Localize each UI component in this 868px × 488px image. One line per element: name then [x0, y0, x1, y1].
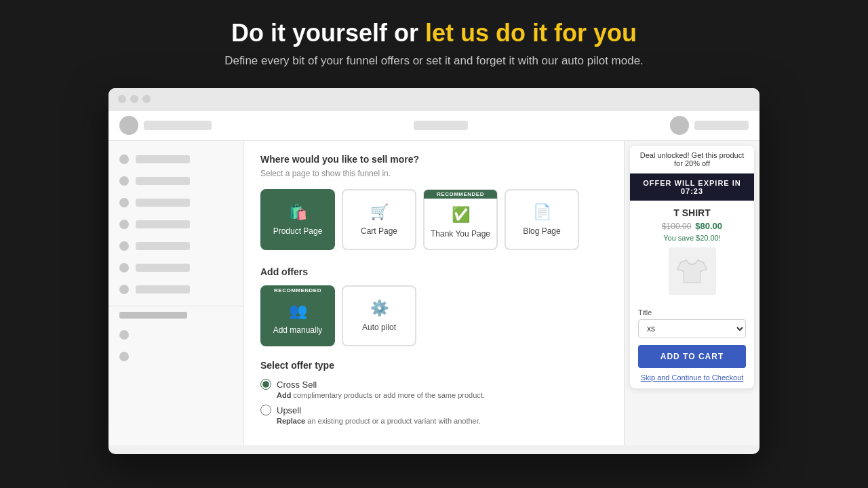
- sidebar-item-orders[interactable]: [108, 170, 243, 192]
- radio-cross-sell-input[interactable]: [260, 379, 271, 390]
- offer-type-radio-group: Cross Sell Add complimentary products or…: [260, 379, 608, 425]
- size-select-wrapper: xs s m l xl: [630, 319, 754, 345]
- dot-yellow: [130, 95, 138, 103]
- sidebar-sales-label: [136, 285, 190, 293]
- radio-cross-sell-row: Cross Sell: [260, 379, 608, 390]
- size-select[interactable]: xs s m l xl: [638, 319, 746, 338]
- radio-upsell-desc-text: an existing product or a product variant…: [305, 417, 481, 425]
- app-header: [108, 110, 760, 141]
- sale-price: $80.00: [695, 221, 722, 231]
- page-option-thankyou-label: Thank You Page: [431, 229, 490, 239]
- page-option-blog-icon: 📄: [533, 203, 551, 221]
- main-layout: Where would you like to sell more? Selec…: [108, 140, 760, 445]
- header-store-name: [144, 121, 212, 130]
- page-option-cart[interactable]: 🛒 Cart Page: [342, 189, 416, 250]
- product-info: T SHIRT $100.00 $80.00 You save $20.00!: [630, 201, 754, 308]
- add-to-cart-button[interactable]: ADD TO CART: [638, 345, 746, 368]
- where-to-sell-section: Where would you like to sell more? Selec…: [260, 154, 608, 250]
- page-option-product-label: Product Page: [273, 226, 323, 236]
- offer-option-manual-icon: 👥: [289, 302, 307, 320]
- sidebar-analytics-icon: [119, 241, 129, 251]
- main-content: Where would you like to sell more? Selec…: [244, 140, 624, 445]
- radio-item-cross-sell: Cross Sell Add complimentary products or…: [260, 379, 608, 399]
- hero-title: Do it yourself or let us do it for you: [14, 19, 854, 47]
- preview-card: Deal unlocked! Get this product for 20% …: [630, 146, 754, 388]
- page-option-product-icon: 🛍️: [289, 203, 307, 221]
- sidebar-products-label: [136, 199, 190, 207]
- hero-title-plain: Do it yourself or: [231, 19, 425, 47]
- header-right: [670, 116, 749, 135]
- sidebar-discounts-icon: [119, 263, 129, 272]
- radio-upsell-input[interactable]: [260, 405, 271, 415]
- sidebar-customers-icon: [119, 220, 129, 229]
- sidebar-home-label: [136, 155, 190, 163]
- header-avatar: [119, 116, 138, 135]
- hero-title-highlight: let us do it for you: [425, 19, 637, 47]
- sidebar-item-analytics[interactable]: [108, 235, 243, 257]
- radio-upsell-row: Upsell: [260, 405, 608, 415]
- sidebar-orders-label: [136, 177, 190, 185]
- original-price: $100.00: [662, 222, 691, 231]
- header-right-avatar: [670, 116, 689, 135]
- radio-cross-sell-label: Cross Sell: [277, 380, 317, 390]
- radio-item-upsell: Upsell Replace an existing product or a …: [260, 405, 608, 425]
- dot-green: [142, 95, 151, 103]
- sidebar-products-icon: [119, 198, 129, 207]
- dot-red: [118, 95, 126, 103]
- radio-cross-sell-desc-text: complimentary products or add more of th…: [291, 391, 485, 399]
- sidebar-orders-icon: [119, 176, 129, 186]
- skip-checkout-link[interactable]: Skip and Continue to Checkout: [630, 373, 754, 388]
- sidebar-customers-label: [136, 220, 190, 228]
- radio-upsell-label: Upsell: [277, 405, 301, 415]
- where-sell-hint: Select a page to show this funnel in.: [260, 169, 608, 178]
- sidebar-item-sales[interactable]: [108, 279, 243, 300]
- sidebar-analytics-label: [136, 242, 190, 250]
- sidebar-discounts-label: [136, 264, 190, 272]
- header-right-name: [694, 121, 749, 130]
- page-options-group: 🛍️ Product Page 🛒 Cart Page RECOMMENDED …: [260, 189, 608, 250]
- thankyou-recommended-badge: RECOMMENDED: [424, 190, 497, 199]
- manual-recommended-badge: RECOMMENDED: [261, 286, 334, 295]
- page-option-product[interactable]: 🛍️ Product Page: [260, 189, 335, 250]
- offer-options-group: RECOMMENDED 👥 Add manually ⚙️ Auto pilot: [260, 285, 608, 346]
- browser-dots: [118, 95, 151, 103]
- sidebar-sales-icon: [119, 285, 129, 294]
- offer-option-autopilot[interactable]: ⚙️ Auto pilot: [342, 285, 416, 346]
- where-sell-question: Where would you like to sell more?: [260, 154, 608, 165]
- offer-option-autopilot-icon: ⚙️: [370, 300, 389, 317]
- sidebar-item-online-store[interactable]: [108, 324, 243, 346]
- sidebar: [108, 140, 244, 445]
- add-offers-title: Add offers: [260, 266, 608, 277]
- sidebar-divider: [108, 306, 243, 306]
- page-option-cart-icon: 🛒: [370, 203, 389, 221]
- preview-panel: Deal unlocked! Get this product for 20% …: [624, 140, 760, 445]
- offer-option-manual[interactable]: RECOMMENDED 👥 Add manually: [260, 285, 335, 346]
- select-offer-title: Select offer type: [260, 360, 608, 371]
- title-label: Title: [630, 308, 754, 317]
- sidebar-item-pos[interactable]: [108, 346, 243, 367]
- hero-section: Do it yourself or let us do it for you D…: [0, 0, 868, 81]
- radio-cross-sell-desc: Add complimentary products or add more o…: [277, 391, 608, 399]
- radio-cross-sell-desc-prefix: Add: [277, 391, 291, 399]
- radio-upsell-desc: Replace an existing product or a product…: [277, 417, 608, 425]
- savings-text: You save $20.00!: [638, 234, 746, 242]
- tshirt-svg-icon: [673, 253, 711, 290]
- deal-banner: Deal unlocked! Get this product for 20% …: [630, 146, 754, 174]
- sidebar-item-home[interactable]: [108, 148, 243, 170]
- sidebar-item-customers[interactable]: [108, 214, 243, 235]
- page-option-thankyou[interactable]: RECOMMENDED ✅ Thank You Page: [423, 189, 498, 250]
- sidebar-section-label: [119, 312, 187, 319]
- add-offers-section: Add offers RECOMMENDED 👥 Add manually ⚙️…: [260, 266, 608, 346]
- radio-upsell-desc-prefix: Replace: [277, 417, 305, 425]
- header-left: [119, 116, 212, 135]
- sidebar-item-products[interactable]: [108, 192, 243, 214]
- browser-toolbar: [108, 88, 760, 110]
- page-option-blog-label: Blog Page: [523, 226, 560, 236]
- browser-window: Where would you like to sell more? Selec…: [108, 88, 760, 454]
- product-pricing: $100.00 $80.00: [638, 221, 746, 231]
- sidebar-item-discounts[interactable]: [108, 257, 243, 279]
- product-image: [669, 247, 716, 295]
- header-middle: [414, 121, 468, 130]
- offer-option-autopilot-label: Auto pilot: [362, 323, 396, 332]
- page-option-blog[interactable]: 📄 Blog Page: [505, 189, 579, 250]
